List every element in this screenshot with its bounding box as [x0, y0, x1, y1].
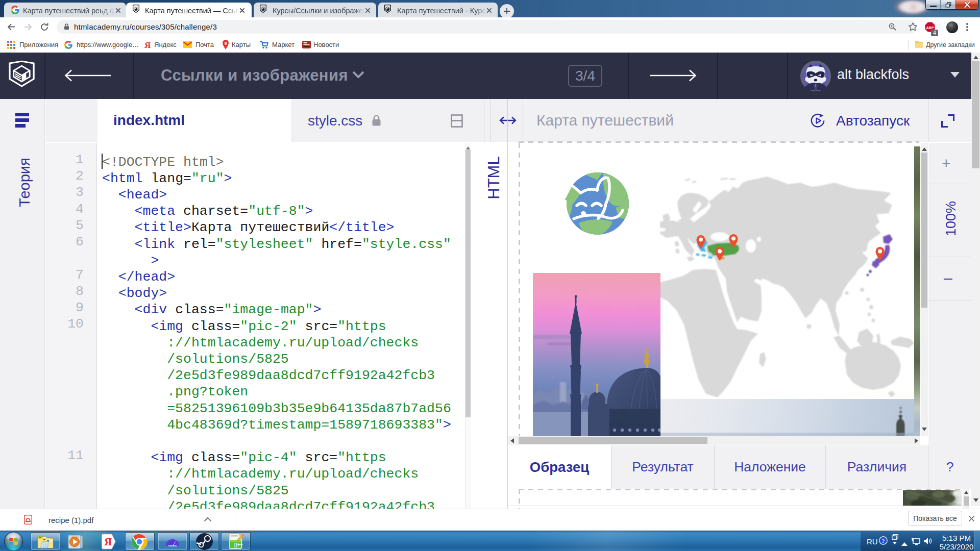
- svg-text:9: 9: [225, 41, 227, 46]
- svg-text:Я: Я: [104, 536, 112, 548]
- svg-text:?: ?: [882, 538, 885, 544]
- svg-text:[]++: []++: [234, 542, 243, 547]
